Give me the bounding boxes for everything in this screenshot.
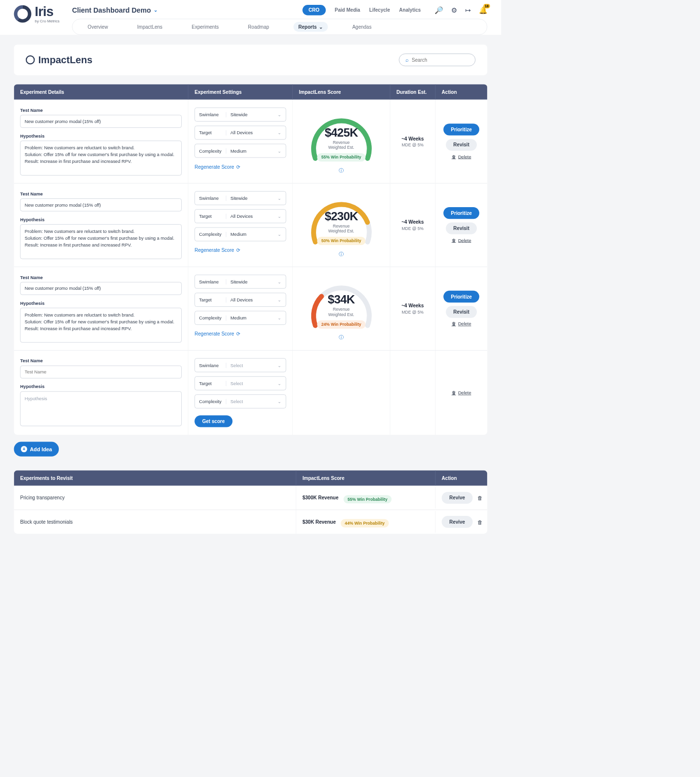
revisit-button[interactable]: Revisit	[446, 306, 477, 318]
subnav-roadmap[interactable]: Roadmap	[243, 22, 274, 32]
refresh-icon: ⟳	[236, 247, 241, 253]
add-idea-button[interactable]: + Add Idea	[14, 442, 59, 457]
revisit-revenue: $30K Revenue	[302, 519, 336, 525]
revisit-name: Pricing transparency	[14, 489, 296, 507]
target-select[interactable]: TargetAll Devices⌄	[194, 293, 286, 307]
hypothesis-input[interactable]: Problem: New customers are reluctant to …	[20, 141, 182, 176]
info-icon[interactable]: ⓘ	[339, 335, 344, 341]
regenerate-score-link[interactable]: Regenerate Score ⟳	[194, 164, 286, 169]
hypothesis-input[interactable]: Problem: New customers are reluctant to …	[20, 224, 182, 259]
target-select[interactable]: TargetSelect⌄	[194, 376, 286, 390]
get-score-button[interactable]: Get score	[194, 415, 232, 427]
client-switcher[interactable]: Client Dashboard Demo ⌄	[72, 6, 158, 14]
score-value: $34K	[306, 293, 376, 306]
subnav-reports[interactable]: Reports ⌄	[294, 22, 328, 32]
regenerate-score-link[interactable]: Regenerate Score ⟳	[194, 331, 286, 336]
nav-lifecycle[interactable]: Lifecycle	[369, 7, 390, 13]
chevron-down-icon: ⌄	[274, 381, 286, 386]
nav-paid-media[interactable]: Paid Media	[335, 7, 360, 13]
swimlane-select[interactable]: SwimlaneSitewide⌄	[194, 275, 286, 289]
chevron-down-icon: ⌄	[274, 297, 286, 302]
revisit-header: Experiments to Revisit ImpactLens Score …	[14, 470, 488, 486]
revisit-button[interactable]: Revisit	[446, 223, 477, 234]
win-probability-chip: 44% Win Probability	[341, 519, 389, 528]
chevron-down-icon: ⌄	[274, 148, 286, 154]
delete-link[interactable]: 🗑Delete	[452, 321, 472, 327]
subnav-reports-label: Reports	[298, 24, 317, 29]
score-subtitle: RevenueWeighted Est.	[306, 140, 376, 150]
hypothesis-label: Hypothesis	[20, 300, 182, 306]
target-select[interactable]: TargetAll Devices⌄	[194, 209, 286, 223]
swimlane-select[interactable]: SwimlaneSitewide⌄	[194, 191, 286, 205]
search-icon: ⌕	[405, 57, 409, 63]
subnav-impactlens[interactable]: ImpactLens	[132, 22, 167, 32]
search-box[interactable]: ⌕	[399, 53, 476, 66]
revive-button[interactable]: Revive	[442, 492, 473, 504]
test-name-input[interactable]	[20, 366, 182, 378]
revive-button[interactable]: Revive	[442, 516, 473, 528]
revisit-button[interactable]: Revisit	[446, 139, 477, 151]
subnav-experiments[interactable]: Experiments	[187, 22, 224, 32]
col-experiment-settings: Experiment Settings	[188, 84, 293, 100]
delete-link[interactable]: 🗑Delete	[452, 154, 472, 159]
nav-analytics[interactable]: Analytics	[399, 7, 421, 13]
nav-cro[interactable]: CRO	[302, 5, 326, 15]
info-icon[interactable]: ⓘ	[339, 167, 344, 174]
win-probability-chip: 24% Win Probability	[317, 320, 365, 328]
hypothesis-input[interactable]: Hypothesis	[20, 391, 182, 426]
duration-mde: MDE @ 5%	[402, 226, 423, 231]
notifications-icon[interactable]: 🔔18	[479, 6, 488, 14]
chevron-down-icon: ⌄	[274, 130, 286, 135]
test-name-input[interactable]	[20, 282, 182, 295]
target-select[interactable]: TargetAll Devices⌄	[194, 125, 286, 140]
add-idea-label: Add Idea	[30, 446, 52, 452]
score-value: $425K	[306, 125, 376, 139]
complexity-select[interactable]: ComplexityMedium⌄	[194, 311, 286, 325]
win-probability-chip: 55% Win Probability	[317, 153, 365, 161]
chevron-down-icon: ⌄	[154, 7, 158, 13]
complexity-select[interactable]: ComplexitySelect⌄	[194, 394, 286, 408]
table-row-empty: Test Name Hypothesis Hypothesis Swimlane…	[14, 350, 488, 435]
test-name-label: Test Name	[20, 358, 182, 364]
prioritize-button[interactable]: Prioritize	[443, 124, 479, 135]
delete-link[interactable]: 🗑Delete	[452, 238, 472, 243]
win-probability-chip: 50% Win Probability	[317, 237, 365, 245]
revisit-row: Pricing transparency $300K Revenue 55% W…	[14, 486, 488, 510]
regenerate-score-link[interactable]: Regenerate Score ⟳	[194, 247, 286, 253]
score-subtitle: RevenueWeighted Est.	[306, 223, 376, 233]
col-action: Action	[435, 84, 487, 100]
trash-icon[interactable]: 🗑	[477, 495, 483, 501]
rcol-experiments: Experiments to Revisit	[14, 470, 296, 486]
explore-icon[interactable]: 🔎	[435, 6, 443, 14]
swimlane-select[interactable]: SwimlaneSelect⌄	[194, 358, 286, 372]
score-subtitle: RevenueWeighted Est.	[306, 307, 376, 317]
chevron-down-icon: ⌄	[274, 315, 286, 320]
search-input[interactable]	[412, 57, 472, 62]
subnav-agendas[interactable]: Agendas	[348, 22, 377, 32]
complexity-select[interactable]: ComplexityMedium⌄	[194, 228, 286, 242]
test-name-input[interactable]	[20, 198, 182, 211]
test-name-input[interactable]	[20, 115, 182, 127]
hypothesis-input[interactable]: Problem: New customers are reluctant to …	[20, 308, 182, 343]
trash-icon: 🗑	[452, 154, 456, 159]
settings-icon[interactable]: ⚙	[451, 6, 457, 14]
logout-icon[interactable]: ↦	[465, 6, 471, 14]
trash-icon[interactable]: 🗑	[477, 519, 483, 525]
info-icon[interactable]: ⓘ	[339, 251, 344, 257]
prioritize-button[interactable]: Prioritize	[443, 207, 479, 219]
score-gauge: $34K RevenueWeighted Est. 24% Win Probab…	[306, 277, 376, 333]
col-experiment-details: Experiment Details	[14, 84, 188, 100]
prioritize-button[interactable]: Prioritize	[443, 291, 479, 302]
test-name-label: Test Name	[20, 107, 182, 113]
table-row: Test Name Hypothesis Problem: New custom…	[14, 266, 488, 350]
page-title-text: ImpactLens	[38, 54, 92, 66]
delete-link[interactable]: 🗑Delete	[452, 390, 472, 395]
main-nav: CRO Paid Media Lifecycle Analytics	[302, 5, 421, 15]
subnav-overview[interactable]: Overview	[83, 22, 113, 32]
swimlane-select[interactable]: SwimlaneSitewide⌄	[194, 107, 286, 122]
table-row: Test Name Hypothesis Problem: New custom…	[14, 183, 488, 267]
impactlens-icon	[26, 55, 35, 65]
table-row: Test Name Hypothesis Problem: New custom…	[14, 100, 488, 183]
complexity-select[interactable]: ComplexityMedium⌄	[194, 144, 286, 158]
rcol-action: Action	[435, 470, 487, 486]
